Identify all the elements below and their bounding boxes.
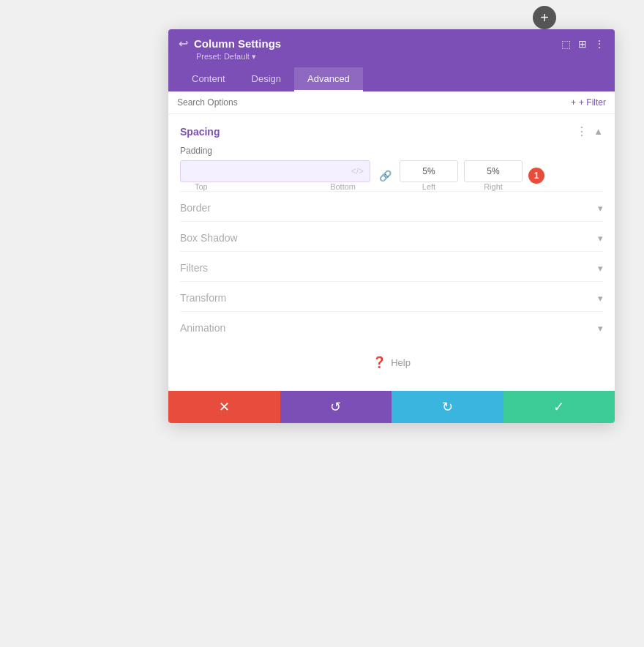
bottom-sublabel: Bottom <box>330 182 356 191</box>
filters-chevron-icon[interactable]: ▾ <box>598 263 603 274</box>
spacing-more-icon[interactable]: ⋮ <box>576 124 588 138</box>
topbottom-sublabels: Top Bottom <box>180 182 370 191</box>
transform-section: Transform ▾ <box>180 281 603 311</box>
padding-fields-row: </> Top Bottom 🔗 5% Left <box>180 160 603 191</box>
padding-right-group: 5% Right <box>464 160 523 191</box>
border-chevron-icon[interactable]: ▾ <box>598 203 603 214</box>
search-input[interactable] <box>177 97 323 108</box>
modal-footer: ✕ ↺ ↻ ✓ <box>168 391 615 423</box>
border-title: Border <box>180 202 211 214</box>
padding-left-group: 5% Left <box>400 160 458 191</box>
preset-label[interactable]: Preset: Default ▾ <box>196 52 604 61</box>
cancel-button[interactable]: ✕ <box>168 391 280 423</box>
column-settings-modal: ↩ Column Settings ⬚ ⊞ ⋮ Preset: Default … <box>168 29 615 423</box>
tab-content[interactable]: Content <box>179 67 239 91</box>
header-icons: ⬚ ⊞ ⋮ <box>561 38 604 50</box>
title-row: ↩ Column Settings ⬚ ⊞ ⋮ <box>179 37 604 51</box>
top-sublabel: Top <box>195 182 208 191</box>
tab-design[interactable]: Design <box>239 67 294 91</box>
modal-header: ↩ Column Settings ⬚ ⊞ ⋮ Preset: Default … <box>168 29 615 91</box>
help-row[interactable]: ❓ Help <box>180 341 603 376</box>
animation-section-header[interactable]: Animation ▾ <box>180 312 603 341</box>
back-icon[interactable]: ↩ <box>179 37 188 51</box>
reset-button[interactable]: ↺ <box>280 391 392 423</box>
save-button[interactable]: ✓ <box>503 391 615 423</box>
animation-title: Animation <box>180 322 225 334</box>
transform-section-header[interactable]: Transform ▾ <box>180 282 603 311</box>
tab-advanced[interactable]: Advanced <box>294 67 363 91</box>
padding-group: Padding </> Top Bottom 🔗 <box>180 146 603 191</box>
box-shadow-section: Box Shadow ▾ <box>180 221 603 251</box>
border-section-header[interactable]: Border ▾ <box>180 192 603 221</box>
add-button[interactable]: + <box>533 6 556 29</box>
badge-1: 1 <box>528 168 544 184</box>
spacing-section-header[interactable]: Spacing ⋮ ▲ <box>180 114 603 146</box>
tabs-row: Content Design Advanced <box>179 67 604 91</box>
responsive-icon[interactable]: ⬚ <box>561 38 571 50</box>
layout-icon[interactable]: ⊞ <box>578 38 587 50</box>
box-shadow-chevron-icon[interactable]: ▾ <box>598 233 603 244</box>
left-sublabel: Left <box>422 182 435 191</box>
cancel-icon: ✕ <box>219 399 230 415</box>
animation-section: Animation ▾ <box>180 311 603 341</box>
transform-title: Transform <box>180 292 226 304</box>
filter-plus-icon: + <box>571 97 576 108</box>
link-icon-wrap: 🔗 <box>376 170 394 182</box>
filters-section: Filters ▾ <box>180 251 603 281</box>
plus-icon: + <box>540 10 549 26</box>
modal-title: Column Settings <box>194 37 281 50</box>
spacing-title: Spacing <box>180 126 220 138</box>
filter-label: + Filter <box>579 97 606 108</box>
search-bar: + + Filter <box>168 91 615 114</box>
redo-button[interactable]: ↻ <box>392 391 503 423</box>
filter-button[interactable]: + + Filter <box>571 97 606 108</box>
padding-topbottom-group: </> Top Bottom <box>180 160 370 191</box>
redo-icon: ↻ <box>442 399 453 415</box>
transform-chevron-icon[interactable]: ▾ <box>598 293 603 304</box>
help-label: Help <box>391 357 411 368</box>
help-icon: ❓ <box>372 356 386 369</box>
more-icon[interactable]: ⋮ <box>594 38 604 50</box>
box-shadow-title: Box Shadow <box>180 232 238 244</box>
padding-right-input[interactable]: 5% <box>464 160 523 182</box>
responsive-input-icon: </> <box>351 166 364 176</box>
padding-left-input[interactable]: 5% <box>400 160 458 182</box>
box-shadow-section-header[interactable]: Box Shadow ▾ <box>180 222 603 251</box>
border-section: Border ▾ <box>180 191 603 221</box>
reset-icon: ↺ <box>330 399 341 415</box>
spacing-chevron-icon[interactable]: ▲ <box>594 126 603 137</box>
filters-section-header[interactable]: Filters ▾ <box>180 252 603 281</box>
filters-title: Filters <box>180 262 208 274</box>
animation-chevron-icon[interactable]: ▾ <box>598 323 603 334</box>
padding-topbottom-input[interactable]: </> <box>180 160 370 182</box>
right-sublabel: Right <box>484 182 503 191</box>
padding-label: Padding <box>180 146 603 156</box>
spacing-section-icons: ⋮ ▲ <box>576 124 603 138</box>
link-icon[interactable]: 🔗 <box>379 170 392 182</box>
save-icon: ✓ <box>553 399 564 415</box>
modal-content: Spacing ⋮ ▲ Padding </> Top Bottom <box>168 114 615 391</box>
title-left: ↩ Column Settings <box>179 37 281 51</box>
